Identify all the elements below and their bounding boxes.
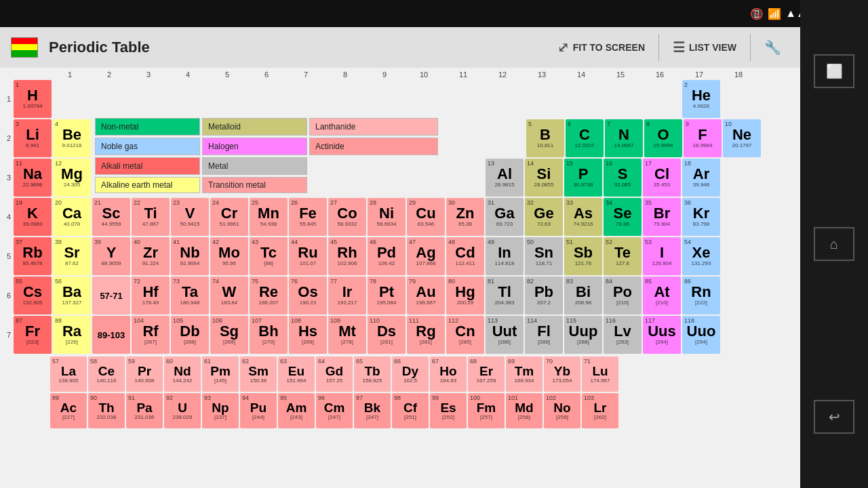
element-Es[interactable]: 99 Es [252] — [430, 393, 467, 428]
element-Sn[interactable]: 50 Sn 118.71 — [525, 237, 563, 275]
element-Ca[interactable]: 20 Ca 40.078 — [53, 198, 91, 236]
element-Ne[interactable]: 10 Ne 20.1797 — [723, 119, 761, 157]
element-Re[interactable]: 75 Re 186.207 — [250, 277, 288, 314]
element-P[interactable]: 15 P 30.9738 — [564, 159, 602, 197]
element-Lv[interactable]: 116 Lv [293] — [604, 316, 642, 354]
element-Po[interactable]: 84 Po [210] — [604, 277, 642, 314]
element-Lu[interactable]: 71 Lu 174.967 — [582, 357, 618, 392]
element-Fe[interactable]: 26 Fe 55.845 — [289, 198, 327, 236]
element-Pb[interactable]: 82 Pb 207.2 — [525, 277, 563, 314]
element-Rh[interactable]: 45 Rh 102.906 — [328, 237, 366, 275]
element-Lr[interactable]: 103 Lr [262] — [582, 393, 618, 428]
element-Ds[interactable]: 110 Ds [281] — [368, 316, 406, 354]
element-Mg[interactable]: 12 Mg 24.305 — [53, 159, 91, 197]
element-Pd[interactable]: 46 Pd 106.42 — [368, 237, 406, 275]
settings-button[interactable]: 🔧 — [756, 35, 789, 60]
element-Tc[interactable]: 43 Tc [98] — [250, 237, 288, 275]
element-B[interactable]: 5 B 10.811 — [526, 119, 564, 157]
element-Ni[interactable]: 28 Ni 58.6934 — [368, 198, 406, 236]
element-U[interactable]: 92 U 238.029 — [164, 393, 201, 428]
element-Ce[interactable]: 58 Ce 140.116 — [88, 357, 125, 392]
element-Kr[interactable]: 36 Kr 83.798 — [682, 198, 720, 236]
element-Bh[interactable]: 107 Bh [270] — [250, 316, 288, 354]
element-Cr[interactable]: 24 Cr 51.9961 — [210, 198, 248, 236]
element-Ra[interactable]: 88 Ra [226] — [53, 316, 91, 354]
element-As[interactable]: 33 As 74.9216 — [564, 198, 602, 236]
element-Cd[interactable]: 48 Cd 112.411 — [446, 237, 484, 275]
element-Fr[interactable]: 87 Fr [223] — [14, 316, 52, 354]
element-Fl[interactable]: 114 Fl [289] — [525, 316, 563, 354]
element-Al[interactable]: 13 Al 26.9815 — [486, 159, 524, 197]
element-Uuo[interactable]: 118 Uuo [294] — [682, 316, 720, 354]
element-Be[interactable]: 4 Be 9.01218 — [53, 119, 91, 157]
back-button[interactable]: ↩ — [814, 400, 854, 434]
element-Cl[interactable]: 17 Cl 35.453 — [643, 159, 681, 197]
element-Sm[interactable]: 62 Sm 150.36 — [240, 357, 277, 392]
element-Sb[interactable]: 51 Sb 121.76 — [564, 237, 602, 275]
element-Tl[interactable]: 81 Tl 204.383 — [486, 277, 524, 314]
element-Pt[interactable]: 78 Pt 195.084 — [368, 277, 406, 314]
element-Sc[interactable]: 21 Sc 44.9559 — [92, 198, 130, 236]
element-Nb[interactable]: 41 Nb 92.9064 — [171, 237, 209, 275]
fit-to-screen-button[interactable]: ⤢ FIT TO SCREEN — [549, 35, 653, 60]
element-Nd[interactable]: 60 Nd 144.242 — [164, 357, 201, 392]
element-Ge[interactable]: 32 Ge 72.63 — [525, 198, 563, 236]
element-K[interactable]: 19 K 39.0983 — [14, 198, 52, 236]
element-Au[interactable]: 79 Au 196.967 — [407, 277, 445, 314]
element-Sg[interactable]: 106 Sg [269] — [210, 316, 248, 354]
element-Os[interactable]: 76 Os 190.23 — [289, 277, 327, 314]
element-Hf[interactable]: 72 Hf 178.49 — [132, 277, 170, 314]
element-Ru[interactable]: 44 Ru 101.07 — [289, 237, 327, 275]
element-Te[interactable]: 52 Te 127.6 — [604, 237, 642, 275]
element-Ga[interactable]: 31 Ga 69.723 — [486, 198, 524, 236]
element-Hg[interactable]: 80 Hg 200.59 — [446, 277, 484, 314]
element-Co[interactable]: 27 Co 58.9332 — [328, 198, 366, 236]
element-Ir[interactable]: 77 Ir 192.217 — [328, 277, 366, 314]
element-Np[interactable]: 93 Np [237] — [202, 393, 239, 428]
element-No[interactable]: 102 No [259] — [544, 393, 580, 428]
element-Am[interactable]: 95 Am [243] — [278, 393, 315, 428]
element-Ac[interactable]: 89 Ac [227] — [50, 393, 87, 428]
list-view-button[interactable]: ☰ LIST VIEW — [665, 35, 745, 60]
element-Ar[interactable]: 18 Ar 39.948 — [682, 159, 720, 197]
element-Mo[interactable]: 42 Mo 95.96 — [210, 237, 248, 275]
element-C[interactable]: 6 C 12.0107 — [566, 119, 604, 157]
element-Br[interactable]: 35 Br 79.904 — [643, 198, 681, 236]
element-Ba[interactable]: 56 Ba 137.327 — [53, 277, 91, 314]
element-Li[interactable]: 3 Li 6.941 — [14, 119, 52, 157]
element-Gd[interactable]: 64 Gd 157.25 — [316, 357, 353, 392]
element-W[interactable]: 74 W 183.84 — [210, 277, 248, 314]
element-F[interactable]: 9 F 18.9984 — [684, 119, 722, 157]
element-V[interactable]: 23 V 50.9415 — [171, 198, 209, 236]
element-Md[interactable]: 101 Md [258] — [506, 393, 542, 428]
element-Er[interactable]: 68 Er 167.259 — [468, 357, 505, 392]
element-Zr[interactable]: 40 Zr 91.224 — [132, 237, 170, 275]
element-Cu[interactable]: 29 Cu 63.546 — [407, 198, 445, 236]
element-Bi[interactable]: 83 Bi 208.98 — [564, 277, 602, 314]
element-Cf[interactable]: 98 Cf [251] — [392, 393, 429, 428]
element-Yb[interactable]: 70 Yb 173.054 — [544, 357, 580, 392]
element-Zn[interactable]: 30 Zn 65.38 — [446, 198, 484, 236]
element-Mt[interactable]: 109 Mt [278] — [328, 316, 366, 354]
home-button[interactable]: ⌂ — [814, 227, 854, 261]
element-Ta[interactable]: 73 Ta 180.948 — [171, 277, 209, 314]
element-Hs[interactable]: 108 Hs [269] — [289, 316, 327, 354]
element-La[interactable]: 57 La 138.905 — [50, 357, 87, 392]
element-Na[interactable]: 11 Na 22.9898 — [14, 159, 52, 197]
element-Ti[interactable]: 22 Ti 47.867 — [132, 198, 170, 236]
element-Fm[interactable]: 100 Fm [257] — [468, 393, 505, 428]
element-Pm[interactable]: 61 Pm [145] — [202, 357, 239, 392]
element-Si[interactable]: 14 Si 28.0855 — [525, 159, 563, 197]
element-I[interactable]: 53 I 126.904 — [643, 237, 681, 275]
element-Y[interactable]: 39 Y 88.9059 — [92, 237, 130, 275]
element-Rf[interactable]: 104 Rf [267] — [132, 316, 170, 354]
element-Sr[interactable]: 38 Sr 87.62 — [53, 237, 91, 275]
element-Xe[interactable]: 54 Xe 131.293 — [682, 237, 720, 275]
element-Rg[interactable]: 111 Rg [281] — [407, 316, 445, 354]
element-Db[interactable]: 105 Db [268] — [171, 316, 209, 354]
element-H[interactable]: 1 H 1.00794 — [14, 80, 52, 118]
element-Dy[interactable]: 66 Dy 162.5 — [392, 357, 429, 392]
element-Cm[interactable]: 96 Cm [247] — [316, 393, 353, 428]
element-Rb[interactable]: 37 Rb 85.4678 — [14, 237, 52, 275]
element-Se[interactable]: 34 Se 78.96 — [604, 198, 642, 236]
